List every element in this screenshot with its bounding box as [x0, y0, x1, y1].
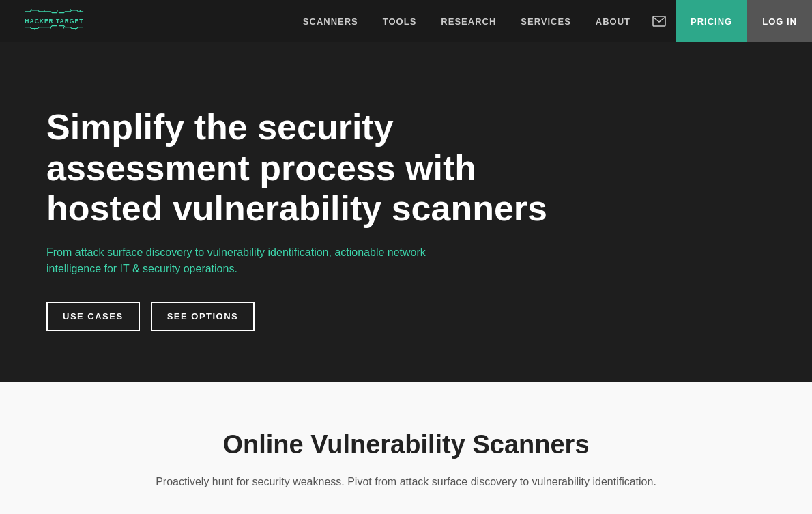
nav-email-icon[interactable] [643, 0, 676, 42]
see-options-button[interactable]: SEE OPTIONS [151, 302, 255, 331]
nav-login-button[interactable]: LOG IN [747, 0, 812, 42]
nav-services[interactable]: SERVICES [508, 0, 583, 42]
svg-rect-10 [653, 16, 665, 26]
nav-links: SCANNERS TOOLS RESEARCH SERVICES ABOUT P… [115, 0, 812, 42]
nav-research[interactable]: RESEARCH [429, 0, 508, 42]
use-cases-button[interactable]: USE CASES [46, 302, 140, 331]
hero-section: Simplify the security assessment process… [0, 0, 812, 382]
hero-buttons: USE CASES SEE OPTIONS [46, 302, 812, 331]
nav-about[interactable]: ABOUT [583, 0, 643, 42]
nav-scanners[interactable]: SCANNERS [291, 0, 371, 42]
lower-text: Proactively hunt for security weakness. … [140, 473, 672, 491]
hero-title: Simplify the security assessment process… [46, 107, 579, 229]
nav-pricing-button[interactable]: PRICING [676, 0, 747, 42]
logo-area[interactable]: HACKER TARGET [0, 8, 115, 35]
svg-text:HACKER TARGET: HACKER TARGET [25, 18, 83, 25]
navbar: HACKER TARGET SCANNERS TOOLS RESEARCH SE… [0, 0, 812, 42]
nav-tools[interactable]: TOOLS [371, 0, 429, 42]
lower-title: Online Vulnerability Scanners [27, 430, 785, 459]
hero-subtitle: From attack surface discovery to vulnera… [46, 244, 456, 277]
lower-section: Online Vulnerability Scanners Proactivel… [0, 382, 812, 514]
